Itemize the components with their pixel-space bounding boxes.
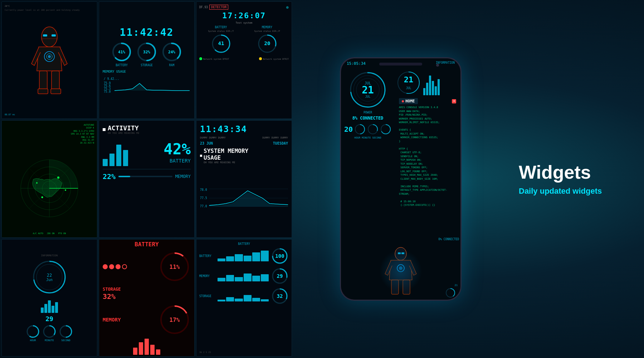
battery-gauge: 41% BATTERY — [111, 41, 132, 67]
home-label: HOME — [405, 99, 415, 103]
activity-battery-row: 42% BATTERY — [103, 137, 191, 166]
phone-right-bars — [423, 70, 440, 95]
detector-net: Network system DFR3T Network system DFR3… — [199, 57, 289, 60]
mem-bar-red-1 — [133, 348, 137, 355]
sto-mini-bar-3 — [235, 299, 243, 301]
bat-ind-2 — [109, 264, 114, 269]
phone-right-date-circle: 21 JUL — [396, 70, 421, 95]
radar-svg — [19, 158, 80, 219]
memory-label: MEMORY — [175, 174, 191, 179]
widget-clock: 11:42:42 41% BATTERY 32% STORAGE — [99, 1, 195, 119]
phone-right-month: JUL — [406, 87, 411, 90]
mem-mini-bar-3 — [235, 277, 243, 281]
sto-mini-bar-1 — [218, 300, 225, 301]
svg-text:20: 20 — [264, 40, 270, 46]
sto-mini-bar-2 — [226, 297, 234, 301]
storage-battery-circle: 100 — [271, 247, 289, 265]
minute-circle-svg — [43, 325, 56, 338]
detector-battery-dial: 41 — [210, 33, 232, 54]
phone-right-bar-2 — [426, 83, 428, 95]
sysmem-date2: DUMMY DUMMY DUMMY — [262, 136, 288, 139]
detector-id: DF.93 — [199, 6, 208, 9]
widget-ironman: 28°C Currently power level is at 100 per… — [1, 1, 97, 119]
storage-mem-val: 29 — [277, 273, 283, 279]
storage-red-percent: 32% — [103, 292, 121, 301]
activity-sub: OH YOU ARE READING ME — [108, 132, 140, 135]
phone-right-bar-1 — [423, 88, 425, 95]
detector-row: BATTERY System status DIR:/T 41 MEMORY S… — [199, 26, 289, 54]
mem-mini-bar-4 — [244, 274, 252, 281]
phone-ironman-glow — [379, 250, 422, 292]
mem-bar-red-5 — [156, 349, 160, 355]
mem-bars-red — [133, 339, 160, 355]
info-day-num: 29 — [45, 315, 53, 323]
sysmem-label-row: SYSTEM MEMORY USAGE OH YOU ARE READING M… — [200, 147, 288, 164]
detector-header: DF.93 DETECTOR ⊕ — [199, 5, 289, 10]
phone-right-col: 21 JUL — [395, 69, 460, 242]
storage-bat-val: 100 — [275, 253, 284, 259]
info-top-label: INFORMATION — [41, 254, 58, 257]
phone-section: 15:05:34 INFORMATION — [293, 0, 508, 358]
storage-sto-val: 32 — [277, 293, 283, 299]
ram-circle-svg: 24% — [161, 41, 182, 63]
info-date-text: 22 Jun — [46, 272, 53, 281]
phone-small-circle-1 — [354, 124, 366, 135]
storage-storage-row: STORAGE 32 — [199, 287, 289, 305]
phone-second-label: SECOND — [372, 136, 381, 139]
phone-ironman-section: 21 — [341, 242, 460, 300]
detector-battery-col: BATTERY System status DIR:/T 41 — [199, 26, 243, 54]
svg-text:24%: 24% — [168, 50, 175, 54]
battery-percent-group: 42% BATTERY — [164, 140, 191, 164]
storage-memory-label: MEMORY — [199, 275, 215, 278]
detector-test: Test system — [199, 21, 289, 24]
storage-header-label: BATTERY — [238, 242, 250, 246]
svg-rect-6 — [39, 71, 47, 91]
widget-battery-red: BATTERY 11% STORAGE 32% MEM — [99, 239, 195, 357]
minute-circle-group: MINUTE — [43, 325, 56, 342]
clock-circles: 41% BATTERY 32% STORAGE 24% — [111, 41, 182, 67]
widget-grid: 28°C Currently power level is at 100 per… — [0, 0, 293, 358]
phone-left-col: JUL 21 JUL POWER 8% CONNECTED 20 — [341, 69, 395, 242]
sto-mini-bar-6 — [261, 299, 269, 301]
home-dot — [402, 100, 404, 102]
info-month-val: 22 — [46, 272, 53, 277]
sysmem-dates: DUMMY DUMMY DUMMY DUMMY DUMMY DUMMY — [200, 136, 288, 139]
phone-num-row: 20 — [344, 124, 391, 135]
storage-gauge: 32% STORAGE — [136, 41, 157, 67]
sysmem-chart-svg: 78.0 77.5 77.0 — [200, 166, 288, 234]
page-subtitle: Daily updated widgets — [519, 187, 633, 196]
memory-row: 22% MEMORY — [103, 172, 191, 181]
sto-mini-bar-5 — [252, 298, 260, 301]
phone-right-bar-5 — [435, 86, 437, 95]
info-date-circle: 22 Jun — [31, 259, 67, 295]
svg-rect-9 — [51, 89, 61, 94]
radar-info: AUTOTUNE DISP 4 HDG 3.3.2*1 GYRO SPD 14.… — [71, 124, 94, 145]
storage-bottom: 36 2 5 25 — [199, 351, 289, 353]
phone-small-circle-3 — [380, 124, 391, 135]
phone-connected2: 0% CONNECTED — [438, 238, 459, 241]
ram-gauge-label: RAM — [169, 64, 174, 67]
bat-mini-bar-2 — [226, 256, 234, 261]
activity-title: ACTIVITY — [108, 124, 140, 132]
home-close-btn[interactable]: ✕ — [452, 99, 456, 103]
info-circles-row: HOUR MINUTE SECOND — [26, 325, 73, 342]
hour-label: HOUR — [30, 339, 36, 342]
detector-memory-col: MEMORY System status DIR:/P 20 — [245, 26, 289, 54]
radar-bottom: A/C AUTO JEK ON PTO ON — [33, 232, 66, 234]
hour-circle-svg — [26, 325, 40, 338]
svg-rect-2 — [52, 34, 56, 37]
second-label: SECOND — [61, 339, 70, 342]
phone-day: 21 — [362, 85, 374, 95]
svg-text:/ 9.42...: / 9.42... — [104, 77, 119, 81]
net-item-2: Network system DFR3T — [259, 57, 289, 60]
bat-circle-big: 11% — [158, 251, 191, 283]
memory-red-title: MEMORY — [103, 317, 121, 323]
bat-row-3: MEMORY 17% — [103, 304, 191, 336]
activity-bar-4 — [123, 150, 128, 166]
ram-gauge: 24% RAM — [161, 41, 182, 67]
activity-bar-2 — [109, 154, 114, 166]
net-dot-yellow — [259, 57, 262, 60]
phone-hour-label: HOUR — [354, 136, 360, 139]
sysmem-date-label1: 23 JUN — [200, 141, 213, 145]
detector-icon: ⊕ — [286, 5, 289, 9]
